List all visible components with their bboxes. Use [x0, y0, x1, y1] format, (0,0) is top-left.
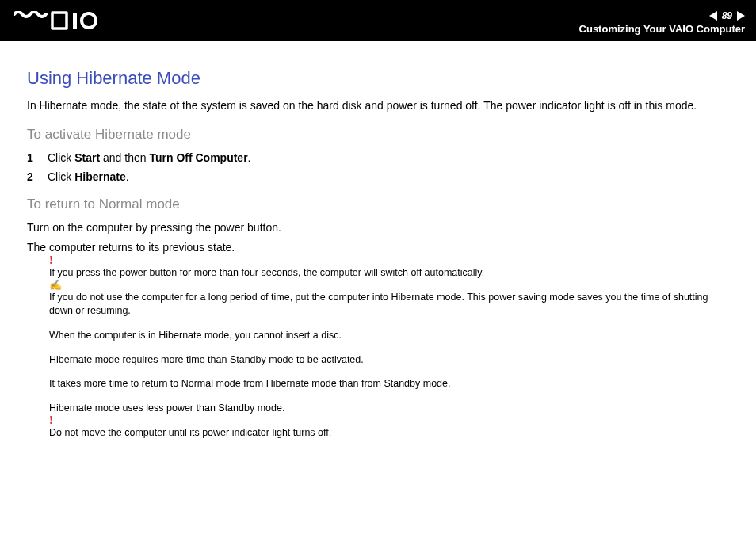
return-heading: To return to Normal mode	[27, 196, 729, 214]
warning-icon: !	[49, 414, 53, 429]
step-number: 1	[27, 151, 36, 166]
warning-note: ! If you press the power button for more…	[49, 266, 729, 280]
page-content: Using Hibernate Mode In Hibernate mode, …	[0, 41, 756, 440]
section-title: Customizing Your VAIO Computer	[579, 23, 745, 35]
page-nav: 89 Customizing Your VAIO Computer	[579, 7, 745, 35]
prev-page-icon[interactable]	[709, 11, 717, 21]
step-text: Click Start and then Turn Off Computer.	[48, 151, 250, 166]
svg-point-1	[82, 13, 96, 28]
activate-steps: 1 Click Start and then Turn Off Computer…	[27, 151, 729, 185]
step-row: 1 Click Start and then Turn Off Computer…	[27, 151, 729, 166]
note-text: Do not move the computer until its power…	[49, 427, 331, 438]
tip-note: When the computer is in Hibernate mode, …	[49, 329, 729, 342]
tip-note: ✍ If you do not use the computer for a l…	[49, 291, 729, 318]
note-text: Hibernate mode requires more time than S…	[49, 354, 364, 365]
step-row: 2 Click Hibernate.	[27, 170, 729, 185]
step-number: 2	[27, 170, 36, 185]
note-text: Hibernate mode uses less power than Stan…	[49, 402, 284, 414]
warning-note: ! Do not move the computer until its pow…	[49, 426, 729, 440]
note-text: It takes more time to return to Normal m…	[49, 378, 450, 389]
notes-section: ! If you press the power button for more…	[27, 266, 729, 440]
note-text: If you do not use the computer for a lon…	[49, 292, 708, 316]
note-text: When the computer is in Hibernate mode, …	[49, 330, 342, 341]
tip-note: It takes more time to return to Normal m…	[49, 377, 729, 391]
tip-note: Hibernate mode requires more time than S…	[49, 353, 729, 367]
note-text: If you press the power button for more t…	[49, 267, 484, 278]
warning-icon: !	[49, 254, 53, 269]
step-text: Click Hibernate.	[48, 170, 129, 185]
next-page-icon[interactable]	[737, 11, 745, 21]
activate-heading: To activate Hibernate mode	[27, 126, 729, 144]
intro-text: In Hibernate mode, the state of the syst…	[27, 98, 729, 113]
page-title: Using Hibernate Mode	[27, 67, 729, 90]
tip-icon: ✍	[49, 278, 62, 292]
tip-note: Hibernate mode uses less power than Stan…	[49, 402, 729, 415]
vaio-logo-icon	[14, 11, 97, 30]
page-header: 89 Customizing Your VAIO Computer	[0, 0, 756, 41]
return-p2: The computer returns to its previous sta…	[27, 240, 729, 255]
svg-rect-0	[73, 13, 77, 29]
page-number: 89	[722, 10, 732, 21]
return-p1: Turn on the computer by pressing the pow…	[27, 220, 729, 235]
